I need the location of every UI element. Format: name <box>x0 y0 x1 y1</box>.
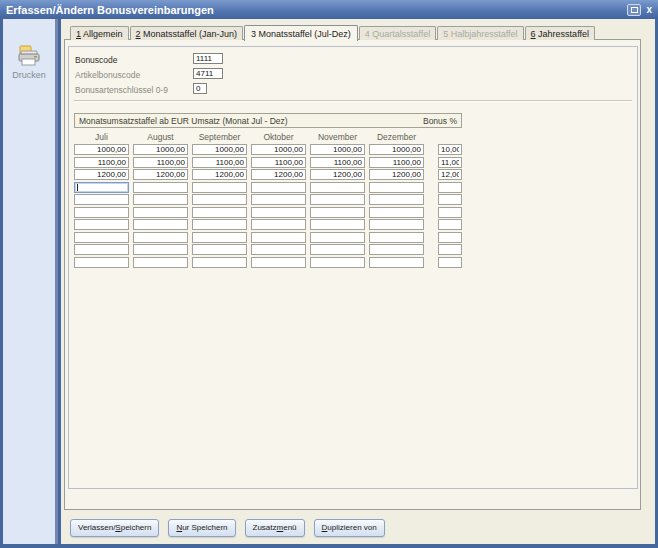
column-header: August <box>133 132 188 142</box>
staffel-bonus-cell[interactable] <box>438 257 462 268</box>
main-area: 1 Allgemein 2 Monatsstaffel (Jan-Jun) 3 … <box>61 19 655 544</box>
staffel-month-cell[interactable] <box>133 232 188 243</box>
staffel-month-cell[interactable] <box>74 207 129 218</box>
staffel-bonus-cell[interactable] <box>438 144 462 155</box>
tab-jahresstaffel[interactable]: 6 Jahresstaffel <box>525 26 595 40</box>
staffel-month-cell[interactable] <box>251 169 306 180</box>
staffel-month-cell[interactable] <box>133 157 188 168</box>
staffel-band-bonus-label: Bonus % <box>423 116 457 126</box>
tab-monatsstaffel-jul-dez[interactable]: 3 Monatsstaffel (Jul-Dez) <box>244 25 358 41</box>
staffel-month-cell[interactable] <box>369 157 424 168</box>
staffel-month-cell[interactable] <box>251 194 306 205</box>
staffel-month-cell[interactable] <box>369 257 424 268</box>
artikelbonuscode-field[interactable] <box>193 68 223 79</box>
staffel-bonus-cell[interactable] <box>438 244 462 255</box>
staffel-bonus-cell[interactable] <box>438 169 462 180</box>
staffel-month-cell[interactable] <box>369 207 424 218</box>
staffel-month-cell[interactable] <box>369 182 424 193</box>
staffel-month-cell[interactable] <box>369 244 424 255</box>
staffel-month-cell[interactable] <box>251 232 306 243</box>
staffel-month-cell[interactable] <box>310 207 365 218</box>
zusatzmenue-button[interactable]: Zusatzmenü <box>245 519 305 537</box>
staffel-month-cell[interactable] <box>192 219 247 230</box>
staffel-bonus-cell[interactable] <box>438 182 462 193</box>
staffel-month-cell[interactable] <box>310 232 365 243</box>
staffel-month-cell[interactable] <box>369 169 424 180</box>
staffel-bonus-cell[interactable] <box>438 207 462 218</box>
staffel-month-cell[interactable] <box>310 157 365 168</box>
column-header: Juli <box>74 132 129 142</box>
staffel-month-cell[interactable] <box>192 257 247 268</box>
app-window: Erfassen/Ändern Bonusvereinbarungen x Dr… <box>0 0 658 548</box>
staffel-month-cell[interactable] <box>310 219 365 230</box>
staffel-grid <box>74 144 462 269</box>
tab-halbjahresstaffel: 5 Halbjahresstaffel <box>437 26 523 40</box>
staffel-month-cell[interactable] <box>192 194 247 205</box>
restore-icon[interactable] <box>627 4 641 16</box>
staffel-month-cell[interactable] <box>192 157 247 168</box>
bonusartenschluessel-field[interactable] <box>193 83 207 94</box>
staffel-month-cell[interactable] <box>192 169 247 180</box>
nur-speichern-button[interactable]: Nur Speichern <box>168 519 235 537</box>
staffel-month-cell[interactable] <box>192 207 247 218</box>
staffel-month-cell[interactable] <box>74 182 129 193</box>
staffel-column-headers: JuliAugustSeptemberOktoberNovemberDezemb… <box>74 132 428 142</box>
staffel-month-cell[interactable] <box>192 244 247 255</box>
staffel-month-cell[interactable] <box>133 257 188 268</box>
staffel-month-cell[interactable] <box>310 144 365 155</box>
staffel-month-cell[interactable] <box>133 144 188 155</box>
column-header: Dezember <box>369 132 424 142</box>
staffel-month-cell[interactable] <box>74 244 129 255</box>
staffel-month-cell[interactable] <box>74 219 129 230</box>
staffel-month-cell[interactable] <box>133 219 188 230</box>
staffel-bonus-cell[interactable] <box>438 219 462 230</box>
staffel-month-cell[interactable] <box>369 232 424 243</box>
staffel-month-cell[interactable] <box>310 257 365 268</box>
bonuscode-field[interactable] <box>193 53 223 64</box>
tab-allgemein[interactable]: 1 Allgemein <box>70 26 129 40</box>
tab-strip: 1 Allgemein 2 Monatsstaffel (Jan-Jun) 3 … <box>70 22 596 40</box>
staffel-month-cell[interactable] <box>251 207 306 218</box>
staffel-bonus-cell[interactable] <box>438 194 462 205</box>
close-icon[interactable]: x <box>646 4 652 16</box>
staffel-month-cell[interactable] <box>369 144 424 155</box>
print-button[interactable]: Drucken <box>3 45 55 80</box>
staffel-month-cell[interactable] <box>310 194 365 205</box>
staffel-month-cell[interactable] <box>133 194 188 205</box>
column-header: September <box>192 132 247 142</box>
staffel-month-cell[interactable] <box>192 144 247 155</box>
window-title: Erfassen/Ändern Bonusvereinbarungen <box>6 4 627 16</box>
staffel-month-cell[interactable] <box>133 182 188 193</box>
staffel-month-cell[interactable] <box>310 169 365 180</box>
staffel-month-cell[interactable] <box>133 244 188 255</box>
sidebar: Drucken <box>3 19 58 544</box>
staffel-month-cell[interactable] <box>133 207 188 218</box>
staffel-month-cell[interactable] <box>310 182 365 193</box>
staffel-bonus-cell[interactable] <box>438 157 462 168</box>
staffel-month-cell[interactable] <box>251 182 306 193</box>
staffel-month-cell[interactable] <box>369 194 424 205</box>
duplizieren-von-button[interactable]: Duplizieren von <box>314 519 385 537</box>
staffel-month-cell[interactable] <box>74 194 129 205</box>
staffel-month-cell[interactable] <box>310 244 365 255</box>
staffel-month-cell[interactable] <box>251 144 306 155</box>
staffel-month-cell[interactable] <box>251 157 306 168</box>
staffel-bonus-cell[interactable] <box>438 232 462 243</box>
staffel-row <box>74 219 462 232</box>
staffel-month-cell[interactable] <box>251 244 306 255</box>
staffel-row <box>74 257 462 270</box>
staffel-month-cell[interactable] <box>251 257 306 268</box>
staffel-band-title: Monatsumsatzstaffel ab EUR Umsatz (Monat… <box>79 116 288 126</box>
staffel-month-cell[interactable] <box>369 219 424 230</box>
staffel-month-cell[interactable] <box>192 232 247 243</box>
staffel-month-cell[interactable] <box>74 232 129 243</box>
staffel-month-cell[interactable] <box>192 182 247 193</box>
staffel-month-cell[interactable] <box>133 169 188 180</box>
staffel-month-cell[interactable] <box>74 157 129 168</box>
staffel-month-cell[interactable] <box>74 144 129 155</box>
staffel-month-cell[interactable] <box>251 219 306 230</box>
verlassen-speichern-button[interactable]: Verlassen/Speichern <box>70 519 159 537</box>
tab-monatsstaffel-jan-jun[interactable]: 2 Monatsstaffel (Jan-Jun) <box>130 26 243 40</box>
staffel-month-cell[interactable] <box>74 257 129 268</box>
staffel-month-cell[interactable] <box>74 169 129 180</box>
